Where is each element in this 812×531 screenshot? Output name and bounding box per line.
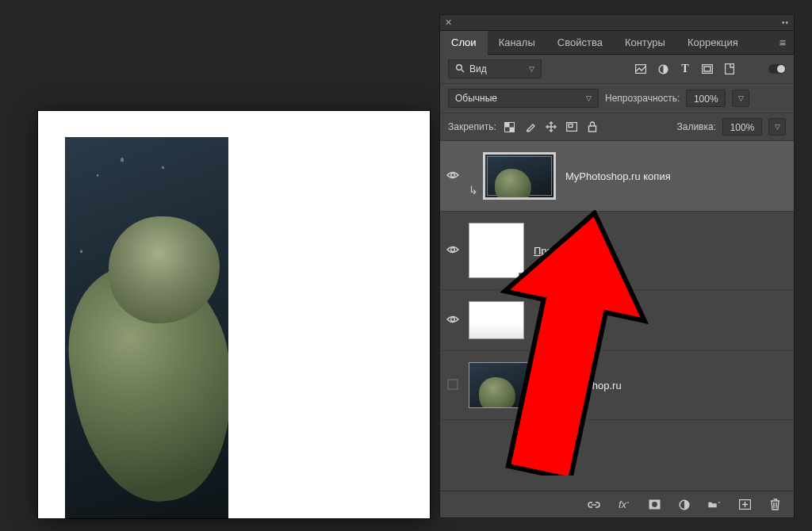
panel-menu-icon[interactable]: ≡: [772, 36, 794, 49]
filter-toggle[interactable]: [768, 64, 786, 74]
layer-row[interactable]: [440, 290, 794, 351]
filter-pixel-icon[interactable]: [635, 63, 646, 74]
layer-row[interactable]: Прямоугольник: [440, 212, 794, 290]
layer-name[interactable]: Прямоугольник: [534, 245, 607, 257]
filter-type-icon[interactable]: T: [680, 63, 691, 74]
svg-rect-5: [704, 67, 710, 71]
chevron-down-icon: ▽: [529, 65, 534, 73]
fill-chevron[interactable]: ▽: [768, 118, 786, 136]
opacity-value[interactable]: 100%: [686, 90, 726, 107]
opacity-label: Непрозрачность:: [605, 93, 680, 104]
panel-titlebar[interactable]: ✕ ••: [440, 15, 794, 31]
visibility-icon[interactable]: [446, 244, 459, 257]
layer-name[interactable]: MyPhotoshop.ru: [546, 380, 622, 392]
svg-point-16: [451, 248, 455, 252]
lock-position-icon[interactable]: [546, 121, 557, 132]
svg-rect-13: [569, 124, 573, 128]
lock-all-icon[interactable]: [587, 121, 598, 132]
adjustment-icon[interactable]: [678, 499, 691, 511]
layers-list: ↳ MyPhotoshop.ru копия Прямоугольник: [440, 141, 794, 491]
document-canvas[interactable]: [38, 111, 430, 518]
svg-point-15: [451, 174, 455, 178]
lock-row: Закрепить: Заливка: 100% ▽: [440, 113, 794, 141]
blend-mode-dropdown[interactable]: Обычные ▽: [448, 89, 599, 108]
layer-thumbnail[interactable]: [469, 301, 524, 339]
chevron-down-icon: ▽: [586, 94, 592, 102]
close-icon[interactable]: ✕: [445, 17, 452, 28]
filter-smart-icon[interactable]: [724, 63, 735, 74]
lock-transparency-icon[interactable]: [504, 121, 515, 132]
svg-line-1: [462, 70, 464, 72]
tab-layers[interactable]: Слои: [440, 31, 488, 55]
link-icon[interactable]: [588, 499, 600, 511]
svg-point-20: [652, 502, 657, 507]
panel-footer: fx ˅ ˅: [440, 491, 794, 518]
svg-point-17: [451, 318, 455, 322]
layer-thumbnail[interactable]: [469, 223, 524, 278]
filter-shape-icon[interactable]: [702, 63, 713, 74]
visibility-icon[interactable]: [446, 314, 459, 327]
svg-rect-2: [636, 65, 646, 74]
layers-panel: ✕ •• Слои Каналы Свойства Контуры Коррек…: [439, 14, 795, 518]
layer-thumbnail[interactable]: [469, 362, 537, 408]
svg-point-0: [457, 64, 462, 70]
shape-indicator-icon: [519, 273, 528, 282]
svg-rect-6: [726, 64, 734, 74]
new-layer-icon[interactable]: [738, 499, 751, 511]
layer-row[interactable]: ↳ MyPhotoshop.ru копия: [440, 141, 794, 212]
group-icon[interactable]: ˅: [708, 499, 721, 511]
delete-icon[interactable]: [768, 499, 781, 511]
visibility-icon[interactable]: [446, 379, 459, 392]
tab-paths[interactable]: Контуры: [614, 31, 676, 55]
fill-value[interactable]: 100%: [722, 118, 762, 136]
blend-row: Обычные ▽ Непрозрачность: 100% ▽: [440, 84, 794, 113]
filter-adjust-icon[interactable]: [657, 63, 668, 74]
blend-mode-value: Обычные: [455, 93, 497, 104]
visibility-icon[interactable]: [446, 170, 459, 182]
svg-rect-18: [448, 380, 458, 389]
panel-tabs: Слои Каналы Свойства Контуры Коррекция ≡: [440, 31, 794, 55]
lock-brush-icon[interactable]: [525, 121, 536, 132]
filter-kind-dropdown[interactable]: Вид ▽: [448, 59, 542, 78]
mask-icon[interactable]: [648, 499, 661, 511]
fill-label: Заливка:: [676, 121, 716, 132]
filter-row: Вид ▽ T: [440, 55, 794, 84]
fx-icon[interactable]: fx ˅: [618, 499, 630, 511]
collapse-icon[interactable]: ••: [782, 18, 789, 27]
tab-channels[interactable]: Каналы: [488, 31, 546, 55]
layer-name[interactable]: MyPhotoshop.ru копия: [565, 170, 671, 182]
search-icon: [455, 63, 465, 75]
tab-properties[interactable]: Свойства: [546, 31, 614, 55]
filter-kind-label: Вид: [469, 63, 487, 74]
layer-row[interactable]: MyPhotoshop.ru: [440, 351, 794, 420]
lock-label: Закрепить:: [448, 121, 496, 132]
tab-adjustments[interactable]: Коррекция: [676, 31, 749, 55]
smart-object-badge: ↳: [469, 184, 478, 197]
svg-rect-14: [588, 126, 596, 132]
opacity-chevron[interactable]: ▽: [732, 90, 749, 107]
layer-thumbnail[interactable]: [483, 152, 556, 200]
lock-artboard-icon[interactable]: [566, 121, 577, 132]
canvas-image: [65, 137, 228, 518]
